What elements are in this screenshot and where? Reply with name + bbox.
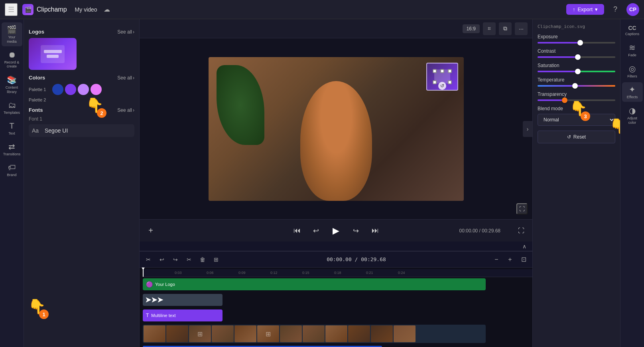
help-button[interactable]: ? [609,3,622,16]
contrast-thumb[interactable] [575,54,581,60]
playhead-indicator [141,268,145,270]
color-swatch-lavender[interactable] [78,84,89,95]
skip-back-button[interactable]: ⏮ [291,224,303,237]
selection-handle-tr[interactable] [448,69,452,73]
sidebar-item-filters[interactable]: ◎ Filters [622,61,643,81]
table-row: ⊞ ⊞ [143,324,532,344]
sidebar-item-brand[interactable]: 🏷 Brand [2,161,22,180]
rewind-button[interactable]: ↩ [310,224,323,237]
timeline-redo-button[interactable]: ↪ [170,254,181,265]
captions-label: Captions [625,32,640,36]
video-title[interactable]: My video [75,6,97,13]
skip-forward-button[interactable]: ⏭ [369,224,382,237]
motion-track-clip[interactable]: ➤➤➤ [143,294,223,306]
timeline-scissors-button[interactable]: ✂ [143,254,154,265]
canvas-area: 16:9 ⌗ ⧉ ··· ↺ [140,19,532,347]
canvas-frame: ↺ ⛶ › [140,38,532,219]
exposure-thumb[interactable] [577,40,583,46]
topbar: ☰ 🎬 Clipchamp My video ☁ ↑ Export ▾ ? CP [0,0,644,19]
forward-button[interactable]: ↪ [350,224,362,237]
blend-mode-select[interactable]: Normal Multiply Screen Overlay [538,114,615,126]
sidebar-item-record[interactable]: ⏺ Record & create [2,48,22,71]
canvas-expand-button[interactable]: ⛶ [516,203,528,214]
sidebar-item-your-media[interactable]: 🎬 Your media [2,22,22,46]
logo-overlay[interactable]: ↺ [426,63,458,91]
saturation-thumb[interactable] [575,69,581,74]
clone-button[interactable]: ⧉ [499,22,512,35]
timeline-cut-button[interactable]: ✂ [183,254,195,265]
color-swatch-pink[interactable] [91,84,102,95]
exposure-slider[interactable] [538,42,615,44]
rotate-handle[interactable]: ↺ [438,82,446,90]
timeline-zoom-out-button[interactable]: − [491,254,502,265]
more-options-button[interactable]: ··· [515,22,528,35]
user-avatar[interactable]: CP [626,3,639,16]
logo-thumbnail[interactable] [29,38,77,70]
selection-handle-bl[interactable] [433,80,437,84]
sidebar-item-captions[interactable]: CC Captions [622,22,643,39]
timeline-undo-button[interactable]: ↩ [156,254,167,265]
font-item-segoe[interactable]: Aa Segoe UI [29,124,134,137]
content-library-icon: 📚 [7,75,17,85]
transparency-track [538,99,615,101]
person-silhouette [300,81,372,201]
sidebar-item-templates[interactable]: 🗂 Templates [2,98,22,117]
temperature-thumb[interactable] [572,83,578,89]
crop-button[interactable]: ⌗ [483,22,496,35]
color-swatch-purple[interactable] [65,84,76,95]
reset-button[interactable]: ↺ Reset [538,131,615,143]
filters-label: Filters [627,74,637,79]
timeline-ruler: 0:03 0:06 0:09 0:12 0:15 0:18 0:21 0:24 [143,269,532,277]
sidebar-item-adjust-color[interactable]: ◑ Adjust color [622,103,643,127]
sidebar-item-text[interactable]: T Text [2,119,22,138]
logos-see-all-chevron: › [133,29,134,35]
video-background: ↺ [209,57,464,201]
menu-button[interactable]: ☰ [5,3,18,16]
adjust-color-icon: ◑ [629,106,636,115]
sidebar-item-fade[interactable]: ≋ Fade [622,40,643,60]
timeline-fit-button[interactable]: ⊡ [518,254,529,265]
selection-handle-tm[interactable] [440,69,444,73]
reset-label: Reset [573,134,586,140]
temperature-slider[interactable] [538,85,615,87]
timeline-add-button[interactable]: ⊞ [211,254,222,265]
selection-handle-br[interactable] [448,80,452,84]
timeline-collapse-button[interactable]: ∧ [520,242,529,251]
logo-bar-1 [44,50,62,53]
sidebar-label-record: Record & create [3,60,21,69]
colors-see-all-button[interactable]: See all › [117,75,134,81]
text-track-clip[interactable]: T Multiline text [143,309,223,321]
selection-handle-tl[interactable] [433,69,437,73]
logos-see-all-button[interactable]: See all › [117,29,134,35]
playback-bar: + ⏮ ↩ ▶ ↪ ⏭ 00:00.00 / 00:29.68 ⛶ [140,219,532,242]
fonts-see-all-button[interactable]: See all › [117,107,134,113]
table-row: ➤➤➤ [143,293,532,307]
colors-section-title: Colors [29,75,45,81]
fullscreen-button[interactable]: ⛶ [515,224,528,237]
color-swatch-blue[interactable] [52,84,63,95]
sidebar-label-text: Text [8,131,15,136]
aspect-ratio-badge: 16:9 [463,24,480,33]
fonts-section-title: Fonts [29,107,43,113]
fade-icon: ≋ [629,43,636,52]
sidebar-label-your-media: Your media [3,35,21,44]
logo-track-clip[interactable]: 🟣 Your Logo [143,278,486,290]
transparency-thumb[interactable] [562,97,567,103]
play-button[interactable]: ▶ [329,224,343,238]
contrast-slider[interactable] [538,56,615,58]
logo-icon: 🎬 [22,4,33,15]
sidebar-item-effects[interactable]: ✦ Effects [622,82,643,102]
sidebar-item-content-library[interactable]: 📚 Content library [2,73,22,97]
ruler-tick-7: 0:21 [366,271,373,275]
timeline-zoom-in-button[interactable]: + [504,254,516,265]
transparency-slider[interactable] [538,99,615,101]
filters-icon: ◎ [629,64,636,73]
export-button[interactable]: ↑ Export ▾ [566,4,604,15]
right-panel-expand-button[interactable]: › [523,121,532,137]
timeline-delete-button[interactable]: 🗑 [197,254,208,265]
palette-2-label: Palette 2 [29,97,51,102]
saturation-slider[interactable] [538,71,615,72]
video-track-clip[interactable]: ⊞ ⊞ [143,325,486,343]
sidebar-item-transitions[interactable]: ⇄ Transitions [2,139,22,159]
add-media-button[interactable]: + [144,224,157,237]
